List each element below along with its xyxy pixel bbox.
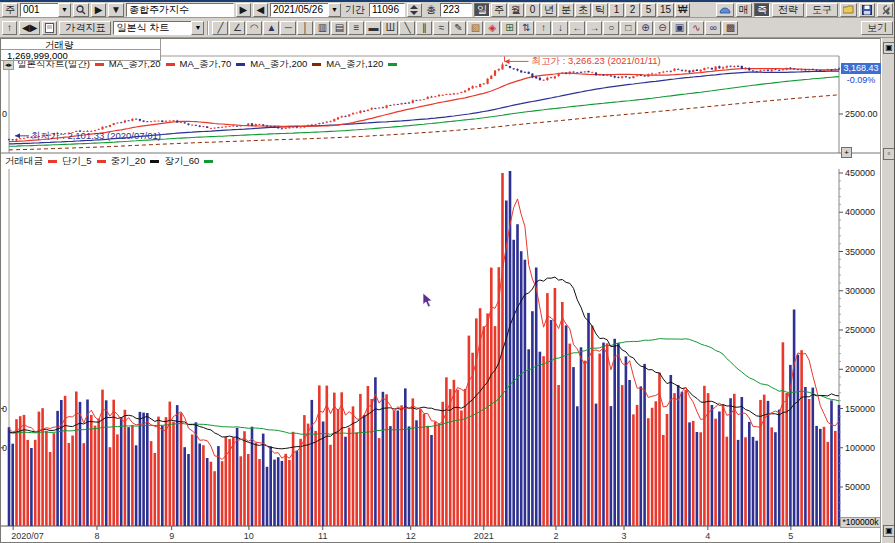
right-icon[interactable]: → bbox=[586, 21, 602, 35]
view-button[interactable]: 보기 bbox=[861, 21, 893, 35]
slash2-icon[interactable]: ╲ bbox=[399, 21, 415, 35]
timeframe-button-1[interactable]: 1 bbox=[609, 3, 624, 17]
mouse-cursor bbox=[423, 293, 435, 310]
drawing-toolbar: ↑ ◀▶ 가격지표 ▼ ╱∠◠▲─│▥▤≡▬Ш╲∥≈✎▧◈⊞⇅↑↓←→○□⊕⊖▣… bbox=[0, 18, 895, 38]
period-input[interactable] bbox=[369, 3, 405, 17]
timeframe-button-분[interactable]: 분 bbox=[558, 3, 574, 17]
rect-icon[interactable]: □ bbox=[620, 21, 636, 35]
chart-canvas[interactable]: 2500.000최고가 : 3,266.23 (2021/01/11)최저가 :… bbox=[0, 38, 881, 543]
svg-text:400000: 400000 bbox=[845, 207, 875, 217]
axis-unit-label: *100000k bbox=[840, 517, 881, 528]
chart-svg[interactable]: 2500.000최고가 : 3,266.23 (2021/01/11)최저가 :… bbox=[1, 39, 882, 543]
ma70-color-dash bbox=[236, 63, 245, 66]
picture-icon[interactable]: ▩ bbox=[722, 21, 738, 35]
angle-icon[interactable]: ∠ bbox=[229, 21, 245, 35]
strip-bottom-button[interactable]: ▣ bbox=[883, 525, 895, 537]
main-toolbar: 주 ▼ ▶ ▼ ▶ ◀ ▼ 기간 총 일주월0년분초틱12515₩ 매 즉 전략… bbox=[0, 0, 895, 18]
chart-type-dropdown-arrow[interactable]: ▼ bbox=[191, 21, 204, 35]
code-combobox[interactable]: ▼ bbox=[20, 3, 71, 17]
flag-icon[interactable]: ▲ bbox=[263, 21, 279, 35]
strategy-button[interactable]: 전략 bbox=[772, 3, 804, 17]
pulse-icon[interactable]: ∿ bbox=[688, 21, 704, 35]
fork-icon[interactable]: Ш bbox=[382, 21, 398, 35]
search-button[interactable] bbox=[73, 3, 89, 17]
wave-icon[interactable]: ≈ bbox=[433, 21, 449, 35]
total-input[interactable] bbox=[440, 3, 472, 17]
up-icon[interactable]: ↑ bbox=[535, 21, 551, 35]
volume-legend-title: 거래대금 bbox=[5, 155, 43, 168]
code-dropdown-arrow[interactable]: ▼ bbox=[58, 3, 71, 17]
symbol-dropdown-button[interactable]: ▼ bbox=[108, 3, 124, 17]
tools-button[interactable]: 도구 bbox=[806, 3, 838, 17]
svg-text:최저가 : 2,101.33 (2020/07/01): 최저가 : 2,101.33 (2020/07/01) bbox=[31, 130, 161, 141]
link-icon[interactable]: ∞ bbox=[705, 21, 721, 35]
prev-symbol-button[interactable]: ▶ bbox=[91, 3, 106, 17]
vline-icon[interactable]: │ bbox=[297, 21, 313, 35]
circle-icon[interactable]: ○ bbox=[603, 21, 619, 35]
timeframe-button-₩[interactable]: ₩ bbox=[675, 3, 690, 17]
volume-legend: 거래대금 단기_5 중기_20 장기_60 bbox=[5, 155, 215, 168]
timeframe-button-0[interactable]: 0 bbox=[525, 3, 540, 17]
code-input[interactable] bbox=[20, 3, 58, 17]
back-button[interactable]: ◀ bbox=[253, 3, 268, 17]
timeframe-button-15[interactable]: 15 bbox=[657, 3, 674, 17]
strip-top-button[interactable]: ▣ bbox=[883, 42, 895, 54]
svg-text:200000: 200000 bbox=[845, 364, 875, 374]
expand-button[interactable]: ◀▶ bbox=[19, 21, 40, 35]
price-indicator-button[interactable]: 가격지표 bbox=[59, 21, 111, 35]
bars2-icon[interactable]: ▤ bbox=[331, 21, 347, 35]
parallel-icon[interactable]: ∥ bbox=[416, 21, 432, 35]
market-button[interactable]: 주 bbox=[2, 3, 18, 17]
spinner-icon bbox=[410, 5, 418, 15]
scroll-up-button[interactable]: ↑ bbox=[2, 21, 17, 35]
save-button[interactable] bbox=[859, 3, 875, 17]
date-dropdown-arrow[interactable]: ▼ bbox=[328, 3, 341, 17]
left-icon[interactable]: ← bbox=[569, 21, 585, 35]
settings-button[interactable] bbox=[877, 3, 893, 17]
folder-icon bbox=[843, 5, 854, 14]
block-icon[interactable]: ▬ bbox=[365, 21, 381, 35]
chart-style-icon[interactable]: ⊞ bbox=[501, 21, 517, 35]
trendline-icon[interactable]: ╱ bbox=[212, 21, 228, 35]
date-combobox[interactable]: ▼ bbox=[270, 3, 341, 17]
svg-text:0: 0 bbox=[2, 109, 7, 119]
timeframe-button-주[interactable]: 주 bbox=[491, 3, 507, 17]
note-icon bbox=[45, 23, 54, 33]
panel-expand-button[interactable]: + bbox=[841, 147, 852, 158]
vol-ma20-label: 중기_20 bbox=[111, 155, 146, 168]
timeframe-button-월[interactable]: 월 bbox=[508, 3, 524, 17]
arc-icon[interactable]: ◠ bbox=[246, 21, 262, 35]
palette-icon[interactable]: ◈ bbox=[484, 21, 500, 35]
zoom-in-icon[interactable]: ⊕ bbox=[637, 21, 653, 35]
timeframe-button-5[interactable]: 5 bbox=[641, 3, 656, 17]
zoom-out-icon[interactable]: ⊖ bbox=[654, 21, 670, 35]
current-price-badge: 3,168.43 bbox=[841, 63, 881, 74]
open-button[interactable] bbox=[840, 3, 857, 17]
timeframe-button-년[interactable]: 년 bbox=[541, 3, 557, 17]
chart-type-input[interactable] bbox=[113, 21, 191, 35]
chart-type-combobox[interactable]: ▼ bbox=[113, 21, 204, 35]
legend-toggle-icon[interactable]: ◂▸ bbox=[3, 60, 14, 70]
swap-icon[interactable]: ⇅ bbox=[518, 21, 534, 35]
select-icon[interactable]: ▣ bbox=[671, 21, 687, 35]
timeframe-button-틱[interactable]: 틱 bbox=[592, 3, 608, 17]
screen-mode-button[interactable] bbox=[716, 3, 734, 17]
timeframe-button-일[interactable]: 일 bbox=[474, 3, 490, 17]
timeframe-button-2[interactable]: 2 bbox=[625, 3, 640, 17]
down-icon[interactable]: ↓ bbox=[552, 21, 568, 35]
disk-icon bbox=[862, 5, 872, 15]
date-input[interactable] bbox=[270, 3, 328, 17]
note-button[interactable] bbox=[42, 21, 57, 35]
pencil-icon[interactable]: ✎ bbox=[450, 21, 466, 35]
instant-button[interactable]: 즉 bbox=[754, 3, 770, 17]
strip-divider-button[interactable]: ▫ bbox=[883, 148, 895, 160]
period-spinner[interactable] bbox=[407, 3, 422, 17]
index-name-input[interactable] bbox=[126, 3, 234, 17]
marker-icon[interactable]: ▧ bbox=[467, 21, 483, 35]
buy-button[interactable]: 매 bbox=[736, 3, 752, 17]
grid-icon[interactable]: ≡ bbox=[348, 21, 364, 35]
timeframe-button-초[interactable]: 초 bbox=[575, 3, 591, 17]
hline-icon[interactable]: ─ bbox=[280, 21, 296, 35]
bars1-icon[interactable]: ▥ bbox=[314, 21, 330, 35]
forward-button[interactable]: ▶ bbox=[236, 3, 251, 17]
